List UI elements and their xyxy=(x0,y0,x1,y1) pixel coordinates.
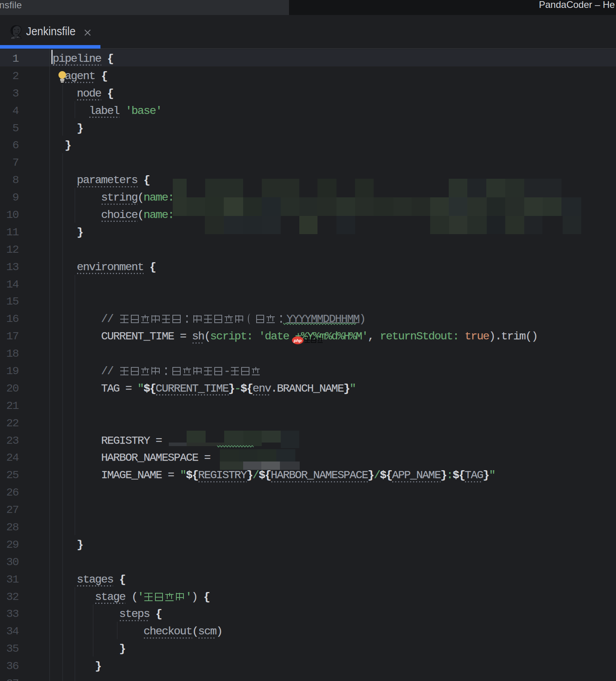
svg-text:php: php xyxy=(293,338,302,343)
